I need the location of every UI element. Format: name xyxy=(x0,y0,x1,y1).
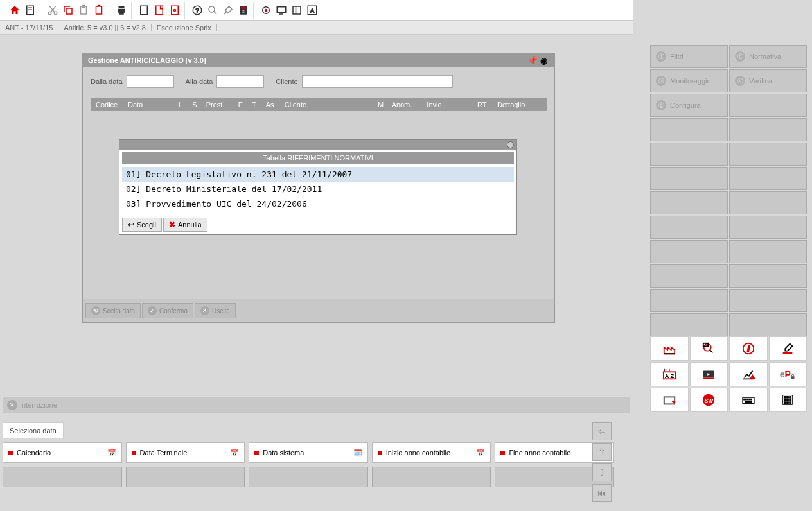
copy-icon[interactable] xyxy=(61,3,75,17)
side-empty xyxy=(729,118,807,141)
ep-lock-icon[interactable]: eP xyxy=(769,362,808,386)
popup-circle-icon[interactable] xyxy=(507,141,514,148)
normativa-button[interactable]: ⓝNormativa xyxy=(729,45,807,68)
numpad-icon[interactable] xyxy=(769,388,808,412)
window-titlebar: Gestione ANTIRICICLAGGIO [v 3.0] 📌 ◉ xyxy=(83,53,554,67)
pin-icon[interactable]: 📌 xyxy=(527,56,536,65)
seleziona-data-tab: Seleziona data xyxy=(3,422,64,438)
svg-rect-53 xyxy=(790,399,791,401)
annulla-button[interactable]: ✖ Annulla xyxy=(163,218,207,232)
font-icon[interactable]: A xyxy=(305,3,319,17)
calendario-button[interactable]: Calendario📅 xyxy=(3,442,122,463)
empty-slot-4 xyxy=(372,467,491,487)
factory-icon[interactable] xyxy=(650,336,689,361)
th-prest: Prest. xyxy=(206,101,231,108)
th-anom: Anom. xyxy=(392,101,419,108)
doc3-icon[interactable] xyxy=(168,3,182,17)
brush-icon[interactable] xyxy=(221,3,235,17)
print-icon[interactable] xyxy=(114,3,128,17)
svg-text:?: ? xyxy=(195,7,199,13)
th-invio: Invio xyxy=(427,101,470,108)
record-icon[interactable] xyxy=(259,3,273,17)
side-empty xyxy=(650,143,728,166)
search-icon[interactable] xyxy=(206,3,220,17)
nav-back-icon[interactable]: ⇦ xyxy=(592,422,612,440)
monitoraggio-button[interactable]: ⓜMonitoraggio xyxy=(650,69,728,92)
chart-alert-icon[interactable] xyxy=(729,362,768,386)
info-icon[interactable]: i xyxy=(729,336,768,361)
az-icon[interactable]: A Z xyxy=(650,362,689,386)
svg-rect-3 xyxy=(66,8,72,14)
new-doc-icon[interactable] xyxy=(23,3,37,17)
verifica-button[interactable]: ⓥVerifica xyxy=(729,69,807,92)
annulla-label: Annulla xyxy=(178,221,202,229)
mail-icon[interactable] xyxy=(650,388,689,412)
th-rt: RT xyxy=(477,101,490,108)
popup-item-2[interactable]: 02] Decreto Ministeriale del 17/02/2011 xyxy=(122,182,514,196)
svg-rect-46 xyxy=(745,401,752,403)
alla-data-label: Alla data xyxy=(186,78,213,85)
svg-point-17 xyxy=(243,10,244,12)
side-empty-1 xyxy=(729,94,807,117)
svg-rect-7 xyxy=(141,6,148,15)
search-doc-icon[interactable] xyxy=(690,336,728,361)
th-cliente: Cliente xyxy=(285,101,370,108)
uscita-button[interactable]: ✕Uscita xyxy=(195,303,236,318)
side-empty xyxy=(729,216,807,239)
svg-rect-43 xyxy=(747,399,748,400)
target-icon[interactable]: ◉ xyxy=(540,56,549,65)
th-as: As xyxy=(266,101,277,108)
th-codice: Codice xyxy=(96,101,120,108)
filtri-button[interactable]: ⓕFiltri xyxy=(650,45,728,68)
nav-up-icon[interactable]: ⇧ xyxy=(592,443,612,461)
monitor-icon[interactable] xyxy=(274,3,288,17)
svg-rect-51 xyxy=(784,399,786,401)
cliente-label: Cliente xyxy=(276,78,297,85)
th-i: I xyxy=(179,101,185,108)
scelta-data-button[interactable]: ⟲Scelta data xyxy=(85,303,141,318)
delete-icon[interactable] xyxy=(92,3,106,17)
th-data: Data xyxy=(128,101,171,108)
th-m: M xyxy=(378,101,384,108)
window-footer: ⟲Scelta data ✓Conferma ✕Uscita xyxy=(83,299,554,322)
configura-button[interactable]: ⓒConfigura xyxy=(650,94,728,117)
popup-item-1[interactable]: 01] Decreto Legislativo n. 231 del 21/11… xyxy=(122,167,514,182)
side-empty xyxy=(650,240,728,263)
interrupt-bar[interactable]: ✕ Interruzione xyxy=(3,397,630,413)
data-sistema-button[interactable]: Data sistema🗓️ xyxy=(249,442,368,463)
breadcrumb-item-2: Antiric. 5 = v3.0 || 6 = v2.8 xyxy=(58,24,151,31)
alla-data-input[interactable] xyxy=(216,75,264,88)
side-empty xyxy=(650,167,728,190)
conferma-button[interactable]: ✓Conferma xyxy=(142,303,193,318)
paste-icon[interactable] xyxy=(76,3,91,17)
calc-icon[interactable] xyxy=(236,3,251,17)
main-toolbar: ? A xyxy=(0,0,633,21)
edit-icon[interactable] xyxy=(769,336,808,361)
svg-rect-15 xyxy=(241,6,246,8)
side-empty xyxy=(650,118,728,141)
nav-first-icon[interactable]: ⏮ xyxy=(592,484,612,502)
svg-rect-42 xyxy=(745,399,746,400)
panel-icon[interactable] xyxy=(290,3,304,17)
nav-down-icon[interactable]: ⇩ xyxy=(592,463,612,481)
svg-rect-25 xyxy=(293,6,301,14)
side-empty xyxy=(729,264,807,288)
keyboard-icon[interactable] xyxy=(729,388,768,412)
inizio-anno-button[interactable]: Inizio anno contabile📅 xyxy=(372,442,491,463)
video-icon[interactable] xyxy=(690,362,728,386)
breadcrumb-item-1: ANT - 17/11/15 xyxy=(0,24,58,31)
help-icon[interactable]: ? xyxy=(190,3,204,17)
cliente-input[interactable] xyxy=(302,75,453,88)
side-empty xyxy=(729,167,807,190)
svg-rect-44 xyxy=(749,399,750,400)
dalla-data-input[interactable] xyxy=(127,75,174,88)
cancel-x-icon: ✖ xyxy=(169,220,175,229)
sw-icon[interactable]: Sw xyxy=(690,388,728,412)
home-icon[interactable] xyxy=(8,3,22,17)
popup-item-3[interactable]: 03] Provvedimento UIC del 24/02/2006 xyxy=(122,196,514,211)
doc1-icon[interactable] xyxy=(137,3,151,17)
data-terminale-button[interactable]: Data Terminale📅 xyxy=(126,442,245,463)
doc2-icon[interactable] xyxy=(152,3,166,17)
cut-icon[interactable] xyxy=(46,3,60,17)
scegli-button[interactable]: ↩ Scegli xyxy=(122,218,162,232)
